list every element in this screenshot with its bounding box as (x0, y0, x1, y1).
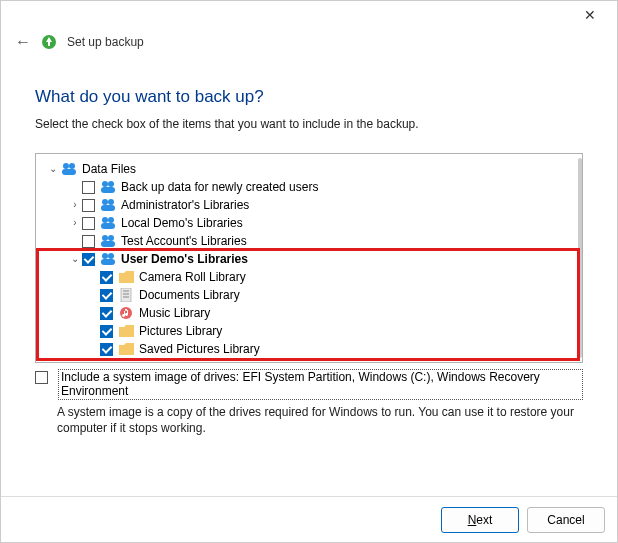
users-icon (100, 198, 116, 212)
expand-toggle-icon[interactable]: › (68, 214, 82, 232)
checkbox[interactable] (100, 271, 113, 284)
svg-point-17 (108, 253, 114, 259)
tree-node-saved-pictures[interactable]: Saved Pictures Library (40, 340, 578, 358)
svg-point-13 (102, 235, 108, 241)
tree-label: Test Account's Libraries (121, 232, 247, 250)
tree-label: Camera Roll Library (139, 268, 246, 286)
svg-rect-18 (101, 259, 115, 265)
back-arrow-icon[interactable]: ← (15, 33, 31, 51)
svg-point-11 (108, 217, 114, 223)
scrollbar[interactable] (578, 158, 582, 358)
tree-node-test-account[interactable]: Test Account's Libraries (40, 232, 578, 250)
svg-point-10 (102, 217, 108, 223)
users-icon (100, 234, 116, 248)
svg-point-8 (108, 199, 114, 205)
svg-point-1 (63, 163, 69, 169)
users-icon (100, 216, 116, 230)
backup-wizard-icon (41, 34, 57, 50)
svg-rect-12 (101, 223, 115, 229)
users-icon (100, 252, 116, 266)
tree-label: Music Library (139, 304, 210, 322)
page-description: Select the check box of the items that y… (35, 117, 583, 131)
svg-rect-9 (101, 205, 115, 211)
page-heading: What do you want to back up? (35, 87, 583, 107)
checkbox[interactable] (100, 307, 113, 320)
next-button[interactable]: Next (441, 507, 519, 533)
tree-label: Documents Library (139, 286, 240, 304)
tree-label: User Demo's Libraries (121, 250, 248, 268)
folder-icon (118, 270, 134, 284)
tree-node-new-users[interactable]: Back up data for newly created users (40, 178, 578, 196)
svg-point-14 (108, 235, 114, 241)
checkbox[interactable] (100, 343, 113, 356)
window-title: Set up backup (67, 35, 144, 49)
tree-node-data-files[interactable]: ⌄ Data Files (40, 160, 578, 178)
svg-point-23 (120, 307, 132, 319)
folder-icon (118, 324, 134, 338)
expand-toggle-icon[interactable]: ⌄ (46, 160, 60, 178)
music-icon (118, 306, 134, 320)
users-icon (61, 162, 77, 176)
svg-rect-6 (101, 187, 115, 193)
tree-node-camera-roll[interactable]: Camera Roll Library (40, 268, 578, 286)
svg-rect-19 (121, 288, 131, 302)
checkbox[interactable] (82, 253, 95, 266)
backup-tree[interactable]: ⌄ Data Files Back up data for newly crea… (35, 153, 583, 363)
checkbox[interactable] (82, 235, 95, 248)
folder-icon (118, 342, 134, 356)
checkbox[interactable] (82, 199, 95, 212)
tree-node-user-demo[interactable]: ⌄ User Demo's Libraries (40, 250, 578, 268)
expand-toggle-icon[interactable]: › (68, 196, 82, 214)
svg-point-7 (102, 199, 108, 205)
tree-node-administrator[interactable]: › Administrator's Libraries (40, 196, 578, 214)
expand-toggle-icon[interactable]: ⌄ (68, 250, 82, 268)
system-image-description: A system image is a copy of the drives r… (57, 404, 583, 436)
tree-label: Local Demo's Libraries (121, 214, 243, 232)
tree-node-music[interactable]: Music Library (40, 304, 578, 322)
svg-point-2 (69, 163, 75, 169)
svg-point-16 (102, 253, 108, 259)
users-icon (100, 180, 116, 194)
checkbox[interactable] (82, 217, 95, 230)
system-image-label[interactable]: Include a system image of drives: EFI Sy… (58, 369, 583, 400)
svg-rect-15 (101, 241, 115, 247)
svg-point-4 (102, 181, 108, 187)
tree-label: Saved Pictures Library (139, 340, 260, 358)
checkbox[interactable] (100, 325, 113, 338)
tree-label: Pictures Library (139, 322, 222, 340)
system-image-checkbox[interactable] (35, 371, 48, 384)
document-icon (118, 288, 134, 302)
checkbox[interactable] (100, 289, 113, 302)
cancel-button[interactable]: Cancel (527, 507, 605, 533)
tree-label: Back up data for newly created users (121, 178, 318, 196)
tree-node-local-demo[interactable]: › Local Demo's Libraries (40, 214, 578, 232)
close-button[interactable]: ✕ (573, 7, 607, 23)
svg-rect-3 (62, 169, 76, 175)
tree-label: Administrator's Libraries (121, 196, 249, 214)
tree-node-pictures[interactable]: Pictures Library (40, 322, 578, 340)
svg-point-5 (108, 181, 114, 187)
checkbox[interactable] (82, 181, 95, 194)
tree-label: Data Files (82, 160, 136, 178)
tree-node-documents[interactable]: Documents Library (40, 286, 578, 304)
